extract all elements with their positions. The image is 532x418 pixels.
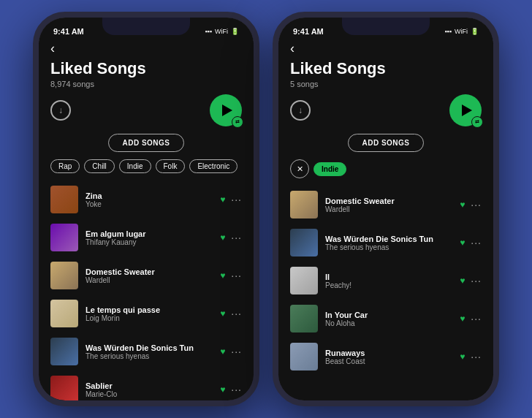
song-item-1-2[interactable]: Em algum lugar Thifany Kauany ♥ ··· <box>50 218 242 256</box>
song-title-2-3: Il <box>325 273 452 281</box>
song-actions-1-3: ♥ ··· <box>220 270 242 281</box>
song-artist-1-3: Wardell <box>86 276 213 284</box>
song-title-1-5: Was Würden Die Sonics Tun <box>86 343 213 352</box>
song-title-1-2: Em algum lugar <box>86 229 213 238</box>
more-icon-2-3[interactable]: ··· <box>471 275 482 286</box>
song-count-2: 5 songs <box>290 80 482 88</box>
song-actions-1-4: ♥ ··· <box>220 308 242 319</box>
filter-folk[interactable]: Folk <box>156 159 186 173</box>
heart-icon-1-4[interactable]: ♥ <box>220 308 225 319</box>
song-artist-1-5: The serious hyenas <box>86 352 213 360</box>
phone-2-screen: 9:41 AM ▪▪▪ WiFi 🔋 ‹ Liked Songs 5 songs… <box>278 18 493 400</box>
play-button-1[interactable]: ⇄ <box>210 94 242 126</box>
heart-icon-2-1[interactable]: ♥ <box>460 200 465 210</box>
heart-icon-2-3[interactable]: ♥ <box>460 276 465 286</box>
song-info-1-4: Le temps qui passe Loig Morin <box>86 305 213 322</box>
page-title-2: Liked Songs <box>290 59 482 78</box>
play-button-2[interactable]: ⇄ <box>449 94 482 126</box>
add-songs-button-1[interactable]: ADD SONGS <box>108 134 183 152</box>
more-icon-1-4[interactable]: ··· <box>231 308 242 319</box>
controls-row-1: ↓ ⇄ <box>50 94 242 126</box>
more-icon-1-1[interactable]: ··· <box>231 194 242 205</box>
song-info-2-2: Was Würden Die Sonics Tun The serious hy… <box>325 235 452 251</box>
more-icon-2-1[interactable]: ··· <box>471 199 482 210</box>
screen-content-2: ‹ Liked Songs 5 songs ↓ ⇄ ADD SONGS ✕ In… <box>278 41 493 400</box>
phone-1-screen: 9:41 AM ▪▪▪ WiFi 🔋 ‹ Liked Songs 8,974 s… <box>39 18 254 400</box>
heart-icon-1-2[interactable]: ♥ <box>220 232 225 243</box>
filter-electronic[interactable]: Electronic <box>189 159 238 173</box>
back-button-1[interactable]: ‹ <box>50 41 242 56</box>
more-icon-1-3[interactable]: ··· <box>231 270 242 281</box>
song-actions-1-6: ♥ ··· <box>220 384 242 395</box>
song-actions-2-2: ♥ ··· <box>460 237 482 248</box>
song-item-2-2[interactable]: Was Würden Die Sonics Tun The serious hy… <box>290 224 482 262</box>
song-list-1: Zina Yoke ♥ ··· Em algum lugar Thifany K… <box>50 180 242 400</box>
song-artist-2-5: Beast Coast <box>325 357 452 365</box>
back-button-2[interactable]: ‹ <box>290 41 482 56</box>
heart-icon-2-2[interactable]: ♥ <box>460 238 465 248</box>
song-artist-2-2: The serious hyenas <box>325 243 452 251</box>
heart-icon-2-5[interactable]: ♥ <box>460 352 465 362</box>
song-art-1-3 <box>50 262 78 289</box>
song-item-1-6[interactable]: Sablier Marie-Clo ♥ ··· <box>50 370 242 400</box>
song-title-1-6: Sablier <box>86 381 213 390</box>
song-artist-2-1: Wardell <box>325 205 452 213</box>
notch-1 <box>102 18 190 35</box>
screen-content-1: ‹ Liked Songs 8,974 songs ↓ ⇄ ADD SONGS … <box>39 41 254 400</box>
more-icon-1-5[interactable]: ··· <box>231 346 242 357</box>
song-actions-2-5: ♥ ··· <box>460 351 482 362</box>
more-icon-1-6[interactable]: ··· <box>231 384 242 395</box>
status-icons-1: ▪▪▪ WiFi 🔋 <box>205 28 239 35</box>
song-info-1-3: Domestic Sweater Wardell <box>86 267 213 284</box>
song-art-2-5 <box>290 343 318 370</box>
song-title-2-5: Runaways <box>325 349 452 357</box>
heart-icon-1-3[interactable]: ♥ <box>220 270 225 281</box>
filter-chill[interactable]: Chill <box>84 159 114 173</box>
song-artist-1-6: Marie-Clo <box>86 390 213 398</box>
heart-icon-1-1[interactable]: ♥ <box>220 194 225 205</box>
song-info-2-3: Il Peachy! <box>325 273 452 289</box>
phone-1: 9:41 AM ▪▪▪ WiFi 🔋 ‹ Liked Songs 8,974 s… <box>33 12 259 406</box>
song-item-1-5[interactable]: Was Würden Die Sonics Tun The serious hy… <box>50 332 242 370</box>
song-list-2: Domestic Sweater Wardell ♥ ··· Was Würde… <box>290 186 482 376</box>
heart-icon-1-6[interactable]: ♥ <box>220 384 225 395</box>
song-title-2-2: Was Würden Die Sonics Tun <box>325 235 452 243</box>
song-artist-2-3: Peachy! <box>325 281 452 289</box>
song-title-1-3: Domestic Sweater <box>86 267 213 276</box>
song-art-1-1 <box>50 186 78 213</box>
filter-indie-active[interactable]: Indie <box>314 162 346 176</box>
song-info-1-5: Was Würden Die Sonics Tun The serious hy… <box>86 343 213 360</box>
filter-rap[interactable]: Rap <box>50 159 80 173</box>
song-info-2-5: Runaways Beast Coast <box>325 349 452 365</box>
song-count-1: 8,974 songs <box>50 80 242 88</box>
song-item-2-4[interactable]: In Your Car No Aloha ♥ ··· <box>290 300 482 338</box>
song-item-2-5[interactable]: Runaways Beast Coast ♥ ··· <box>290 338 482 376</box>
more-icon-2-5[interactable]: ··· <box>471 351 482 362</box>
heart-icon-2-4[interactable]: ♥ <box>460 314 465 324</box>
song-info-1-2: Em algum lugar Thifany Kauany <box>86 229 213 246</box>
filter-row-2: ✕ Indie <box>290 159 482 178</box>
filter-row-1: Rap Chill Indie Folk Electronic <box>50 159 242 173</box>
more-icon-2-2[interactable]: ··· <box>471 237 482 248</box>
controls-row-2: ↓ ⇄ <box>290 94 482 126</box>
heart-icon-1-5[interactable]: ♥ <box>220 346 225 357</box>
song-art-2-1 <box>290 191 318 218</box>
filter-close-button[interactable]: ✕ <box>290 159 309 178</box>
status-icons-2: ▪▪▪ WiFi 🔋 <box>444 28 479 35</box>
song-artist-1-4: Loig Morin <box>86 314 213 322</box>
song-info-1-1: Zina Yoke <box>86 191 213 208</box>
song-item-1-4[interactable]: Le temps qui passe Loig Morin ♥ ··· <box>50 294 242 332</box>
more-icon-1-2[interactable]: ··· <box>231 232 242 243</box>
song-info-1-6: Sablier Marie-Clo <box>86 381 213 398</box>
download-button-2[interactable]: ↓ <box>290 100 311 121</box>
song-item-2-1[interactable]: Domestic Sweater Wardell ♥ ··· <box>290 186 482 224</box>
add-songs-button-2[interactable]: ADD SONGS <box>348 134 423 152</box>
more-icon-2-4[interactable]: ··· <box>471 313 482 324</box>
song-item-1-1[interactable]: Zina Yoke ♥ ··· <box>50 180 242 218</box>
song-art-2-4 <box>290 305 318 332</box>
song-item-1-3[interactable]: Domestic Sweater Wardell ♥ ··· <box>50 256 242 294</box>
song-item-2-3[interactable]: Il Peachy! ♥ ··· <box>290 262 482 300</box>
filter-indie-1[interactable]: Indie <box>119 159 151 173</box>
song-title-2-4: In Your Car <box>325 311 452 319</box>
download-button-1[interactable]: ↓ <box>50 100 71 121</box>
